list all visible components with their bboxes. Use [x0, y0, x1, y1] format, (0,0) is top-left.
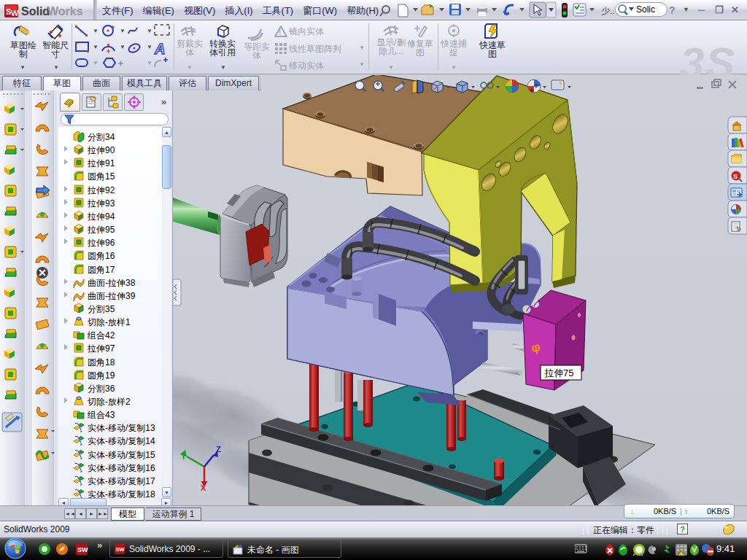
- svg-text:Y: Y: [181, 452, 187, 461]
- svg-text:W: W: [11, 9, 19, 18]
- svg-text:Z: Z: [216, 445, 221, 454]
- svg-text:拉伸75: 拉伸75: [544, 368, 573, 378]
- svg-text:S: S: [733, 173, 738, 180]
- svg-text:!: !: [279, 28, 281, 36]
- svg-text:SW: SW: [116, 546, 125, 553]
- svg-text:X: X: [201, 483, 206, 492]
- svg-text:Works: Works: [47, 5, 83, 18]
- svg-text:A: A: [154, 41, 165, 57]
- svg-text:SW: SW: [77, 546, 88, 553]
- svg-text:Solid: Solid: [21, 5, 50, 18]
- svg-text:Solic: Solic: [636, 4, 655, 15]
